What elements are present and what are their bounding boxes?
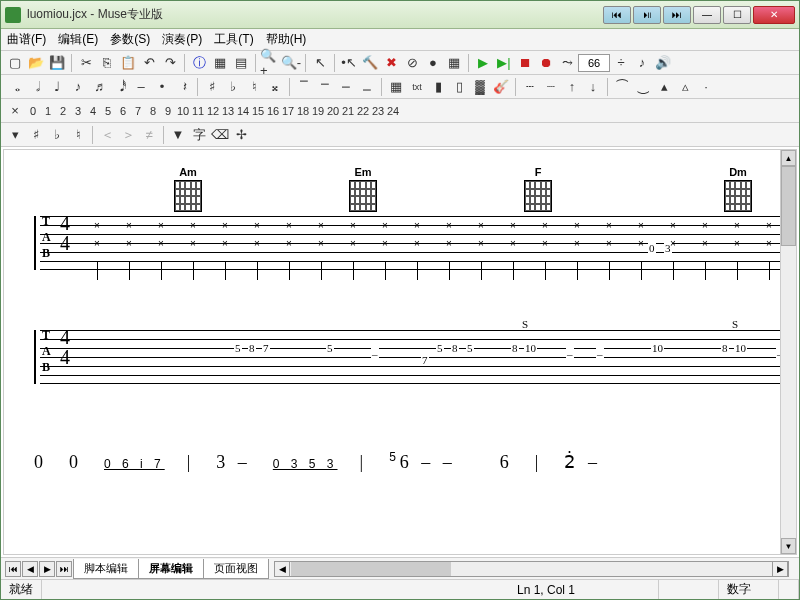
pointer-icon[interactable]: ↖: [310, 53, 330, 73]
beam1-icon[interactable]: ⎺: [294, 77, 314, 97]
symbol-icon[interactable]: ✢: [231, 125, 251, 145]
fretboard-icon[interactable]: ▦: [386, 77, 406, 97]
menu-edit[interactable]: 编辑(E): [58, 31, 98, 48]
fret-24[interactable]: 24: [386, 105, 400, 117]
save-icon[interactable]: 💾: [47, 53, 67, 73]
doc-icon[interactable]: ▦: [210, 53, 230, 73]
decrescendo-icon[interactable]: ＞: [118, 125, 138, 145]
beam4-icon[interactable]: ⎽: [357, 77, 377, 97]
accent1-icon[interactable]: ▴: [654, 77, 674, 97]
barline-icon[interactable]: ▮: [428, 77, 448, 97]
whole-note-icon[interactable]: 𝅝: [5, 77, 25, 97]
fret-16[interactable]: 16: [266, 105, 280, 117]
hscroll-right-icon[interactable]: ▶: [772, 561, 788, 577]
down-icon[interactable]: ▼: [168, 125, 188, 145]
record-icon[interactable]: ⏺: [536, 53, 556, 73]
copy-icon[interactable]: ⎘: [97, 53, 117, 73]
fret-9[interactable]: 9: [161, 105, 175, 117]
metronome-icon[interactable]: ♪: [632, 53, 652, 73]
tempo-spinner-icon[interactable]: ÷: [611, 53, 631, 73]
tab-next-icon[interactable]: ▶: [39, 561, 55, 577]
calc-icon[interactable]: ▤: [231, 53, 251, 73]
natural-icon[interactable]: ♮: [68, 125, 88, 145]
fret-18[interactable]: 18: [296, 105, 310, 117]
rest-icon[interactable]: 𝄽: [173, 77, 193, 97]
fret-1[interactable]: 1: [41, 105, 55, 117]
dashline-icon[interactable]: ┄: [520, 77, 540, 97]
tab-last-icon[interactable]: ⏭: [56, 561, 72, 577]
half-note-icon[interactable]: 𝅗𝅥: [26, 77, 46, 97]
tab-page[interactable]: 页面视图: [203, 559, 269, 579]
fret-14[interactable]: 14: [236, 105, 250, 117]
zoomin-icon[interactable]: 🔍+: [260, 53, 280, 73]
accent2-icon[interactable]: ▵: [675, 77, 695, 97]
dropdown-icon[interactable]: ▾: [5, 125, 25, 145]
tie-icon[interactable]: ‿: [633, 77, 653, 97]
doublesharp-icon[interactable]: 𝄪: [265, 77, 285, 97]
stop-icon[interactable]: ⏹: [515, 53, 535, 73]
menu-play[interactable]: 演奏(P): [162, 31, 202, 48]
redo-icon[interactable]: ↷: [160, 53, 180, 73]
x-fret-icon[interactable]: ×: [5, 101, 25, 121]
dot-icon[interactable]: ●: [423, 53, 443, 73]
tab-prev-icon[interactable]: ◀: [22, 561, 38, 577]
staccato-icon[interactable]: ·: [696, 77, 716, 97]
hscroll-left-icon[interactable]: ◀: [274, 561, 290, 577]
beam2-icon[interactable]: ⎻: [315, 77, 335, 97]
natural-tool-icon[interactable]: ♮: [244, 77, 264, 97]
media-next-button[interactable]: ⏭: [663, 6, 691, 24]
grid-icon[interactable]: ▦: [444, 53, 464, 73]
dash-icon[interactable]: –: [131, 77, 151, 97]
hammer-icon[interactable]: 🔨: [360, 53, 380, 73]
horizontal-scrollbar[interactable]: ◀ ▶: [274, 561, 789, 577]
sharp-tool-icon[interactable]: ♯: [202, 77, 222, 97]
menu-help[interactable]: 帮助(H): [266, 31, 307, 48]
fret-11[interactable]: 11: [191, 105, 205, 117]
close-button[interactable]: ✕: [753, 6, 795, 24]
fret-0[interactable]: 0: [26, 105, 40, 117]
maximize-button[interactable]: ☐: [723, 6, 751, 24]
thirtysecond-note-icon[interactable]: 𝅘𝅥𝅰: [110, 77, 130, 97]
scroll-down-icon[interactable]: ▼: [781, 538, 796, 554]
fret-7[interactable]: 7: [131, 105, 145, 117]
zoomout-icon[interactable]: 🔍-: [281, 53, 301, 73]
vertical-scrollbar[interactable]: ▲ ▼: [780, 150, 796, 554]
eighth-note-icon[interactable]: ♪: [68, 77, 88, 97]
fret-17[interactable]: 17: [281, 105, 295, 117]
fret-5[interactable]: 5: [101, 105, 115, 117]
minimize-button[interactable]: —: [693, 6, 721, 24]
fret-3[interactable]: 3: [71, 105, 85, 117]
dot-note-icon[interactable]: •: [152, 77, 172, 97]
scroll-thumb[interactable]: [781, 166, 796, 246]
tab-first-icon[interactable]: ⏮: [5, 561, 21, 577]
crescendo-icon[interactable]: ＜: [97, 125, 117, 145]
sixteenth-note-icon[interactable]: ♬: [89, 77, 109, 97]
tab-screen[interactable]: 屏幕编辑: [138, 559, 204, 579]
sharp-icon[interactable]: ♯: [26, 125, 46, 145]
notation-canvas[interactable]: AmEmFDm T A B 4 4 03 ×××××××××××××××××××…: [3, 149, 797, 555]
tempo-input[interactable]: [578, 54, 610, 72]
fret-22[interactable]: 22: [356, 105, 370, 117]
circle-icon[interactable]: ⊘: [402, 53, 422, 73]
point-icon[interactable]: •↖: [339, 53, 359, 73]
fret-20[interactable]: 20: [326, 105, 340, 117]
paste-icon[interactable]: 📋: [118, 53, 138, 73]
hscroll-thumb[interactable]: [291, 562, 451, 576]
arrowup-icon[interactable]: ↑: [562, 77, 582, 97]
fret-4[interactable]: 4: [86, 105, 100, 117]
fret-15[interactable]: 15: [251, 105, 265, 117]
eraser-icon[interactable]: ⌫: [210, 125, 230, 145]
fret-13[interactable]: 13: [221, 105, 235, 117]
fret-19[interactable]: 19: [311, 105, 325, 117]
speaker-icon[interactable]: 🔊: [653, 53, 673, 73]
info-icon[interactable]: ⓘ: [189, 53, 209, 73]
open-icon[interactable]: 📂: [26, 53, 46, 73]
slur-icon[interactable]: ⁀: [612, 77, 632, 97]
beam3-icon[interactable]: ⎼: [336, 77, 356, 97]
fill-icon[interactable]: ▓: [470, 77, 490, 97]
dotline-icon[interactable]: ┈: [541, 77, 561, 97]
tab-script[interactable]: 脚本编辑: [73, 559, 139, 579]
step-icon[interactable]: ⤳: [557, 53, 577, 73]
flat-tool-icon[interactable]: ♭: [223, 77, 243, 97]
cut-icon[interactable]: ✂: [76, 53, 96, 73]
